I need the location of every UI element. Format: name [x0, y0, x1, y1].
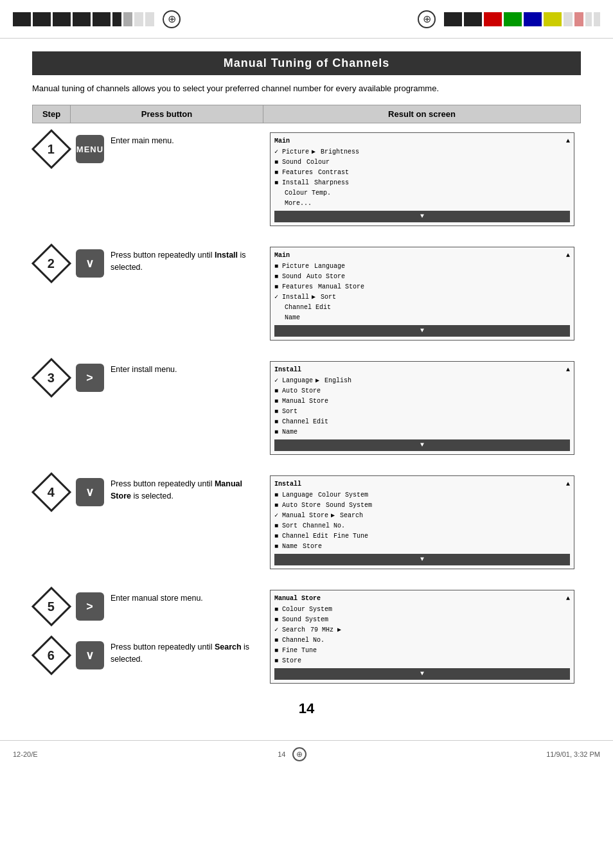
- step-diamond-4: 4: [31, 472, 71, 512]
- bar-block: [33, 12, 51, 26]
- bottom-left-text: 12-20/E: [13, 750, 38, 758]
- step-3-result: Install▲✓Language▶English■Auto Store■Man…: [263, 357, 581, 459]
- bottom-center-text: 14: [278, 750, 285, 758]
- step-5: 5>Enter manual store menu.: [32, 586, 263, 627]
- bar-block: [134, 12, 143, 26]
- step-header: Step: [32, 105, 71, 123]
- bar-block: [594, 12, 600, 26]
- bar-block: [444, 12, 462, 26]
- bar-block: [464, 12, 482, 26]
- step-row-3: 3>Enter install menu.Install▲✓Language▶E…: [32, 357, 581, 459]
- step-row-1: 1MENUEnter main menu.Main▲✓Picture▶Brigh…: [32, 128, 581, 230]
- bar-block: [93, 12, 111, 26]
- compass-center-icon: ⊕: [292, 747, 306, 761]
- compass-icon: ⊕: [418, 10, 436, 28]
- bar-block: [123, 12, 132, 26]
- bar-left: ⊕: [13, 10, 187, 28]
- step-row-5-6: 5>Enter manual store menu.6∨Press button…: [32, 586, 581, 687]
- bar-block: [53, 12, 71, 26]
- step-2-result: Main▲■PictureLanguage■SoundAuto Store■Fe…: [263, 243, 581, 344]
- step-1-result: Main▲✓Picture▶Brightness■SoundColour■Fea…: [263, 128, 581, 230]
- step-3-desc: Enter install menu.: [111, 364, 177, 376]
- bar-block: [524, 12, 542, 26]
- bar-block: [145, 12, 154, 26]
- button-step-4[interactable]: ∨: [76, 478, 104, 506]
- bar-block: [112, 12, 121, 26]
- step-1-desc: Enter main menu.: [111, 135, 174, 147]
- main-content: Manual Tuning of Channels Manual tuning …: [0, 39, 613, 740]
- step-2-desc: Press button repeatedly until Install is…: [111, 249, 258, 274]
- bar-right: ⊕: [411, 10, 600, 28]
- step-6: 6∨Press button repeatedly until Search i…: [32, 635, 263, 676]
- bar-block: [574, 12, 583, 26]
- steps-container: 1MENUEnter main menu.Main▲✓Picture▶Brigh…: [32, 128, 581, 687]
- bottom-right-text: 11/9/01, 3:32 PM: [546, 750, 600, 758]
- bar-block: [13, 12, 31, 26]
- button-step-2[interactable]: ∨: [76, 249, 104, 278]
- bar-block: [504, 12, 522, 26]
- intro-text: Manual tuning of channels allows you to …: [32, 83, 581, 94]
- page-number: 14: [32, 700, 581, 717]
- step-diamond-1: 1: [31, 129, 71, 169]
- step-row-2: 2∨Press button repeatedly until Install …: [32, 243, 581, 344]
- bar-block: [544, 12, 562, 26]
- button-step-5[interactable]: >: [76, 592, 104, 621]
- step-4-result: Install▲■LanguageColour System■Auto Stor…: [263, 472, 581, 573]
- column-headers: Step Press button Result on screen: [32, 105, 581, 123]
- step-5-6-result: Manual Store▲■Colour System■Sound System…: [263, 586, 581, 687]
- bottom-center-area: 14 ⊕: [278, 747, 306, 761]
- bar-block: [484, 12, 502, 26]
- compass-icon: ⊕: [163, 10, 181, 28]
- top-bar: ⊕ ⊕: [0, 0, 613, 39]
- bar-block: [564, 12, 573, 26]
- step-diamond-6: 6: [31, 635, 71, 675]
- button-step-6[interactable]: ∨: [76, 641, 104, 669]
- button-step-1[interactable]: MENU: [76, 135, 104, 163]
- result-header: Result on screen: [263, 105, 581, 123]
- step-6-desc: Press button repeatedly until Search is …: [111, 641, 258, 666]
- step-5-desc: Enter manual store menu.: [111, 592, 203, 605]
- step-diamond-5: 5: [31, 587, 71, 626]
- press-header: Press button: [71, 105, 263, 123]
- step-diamond-2: 2: [31, 244, 71, 283]
- bottom-bar: 12-20/E 14 ⊕ 11/9/01, 3:32 PM: [0, 740, 613, 768]
- step-row-4: 4∨Press button repeatedly until Manual S…: [32, 472, 581, 573]
- bar-block: [73, 12, 91, 26]
- step-diamond-3: 3: [31, 358, 71, 398]
- bar-block: [585, 12, 592, 26]
- button-step-3[interactable]: >: [76, 364, 104, 392]
- step-4-desc: Press button repeatedly until Manual Sto…: [111, 478, 258, 502]
- page-title: Manual Tuning of Channels: [32, 51, 581, 75]
